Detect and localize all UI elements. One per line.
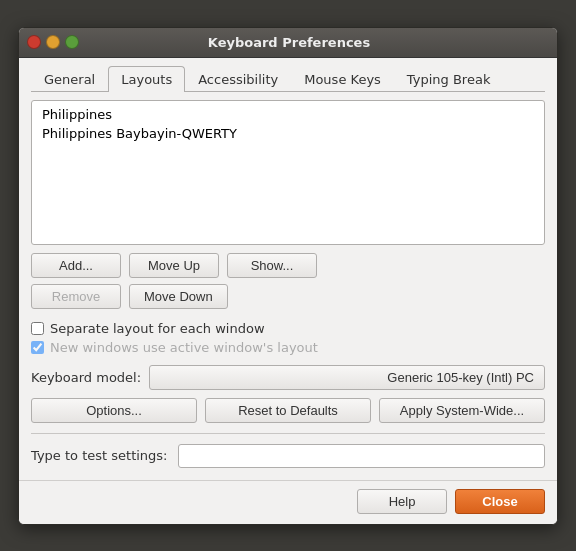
apply-system-wide-button[interactable]: Apply System-Wide... xyxy=(379,398,545,423)
keyboard-model-label: Keyboard model: xyxy=(31,370,141,385)
keyboard-preferences-window: Keyboard Preferences General Layouts Acc… xyxy=(18,27,558,525)
layout-action-row-2: Remove Move Down xyxy=(31,284,545,309)
new-windows-checkbox[interactable] xyxy=(31,341,44,354)
tab-layouts[interactable]: Layouts xyxy=(108,66,185,92)
layout-item[interactable]: Philippines Baybayin-QWERTY xyxy=(38,124,538,143)
action-buttons-row: Options... Reset to Defaults Apply Syste… xyxy=(31,398,545,423)
main-content: General Layouts Accessibility Mouse Keys… xyxy=(19,58,557,480)
tab-accessibility[interactable]: Accessibility xyxy=(185,66,291,92)
window-title: Keyboard Preferences xyxy=(89,35,489,50)
new-windows-row: New windows use active window's layout xyxy=(31,340,545,355)
move-up-button[interactable]: Move Up xyxy=(129,253,219,278)
remove-button[interactable]: Remove xyxy=(31,284,121,309)
test-settings-row: Type to test settings: xyxy=(31,433,545,468)
show-button[interactable]: Show... xyxy=(227,253,317,278)
keyboard-model-row: Keyboard model: Generic 105-key (Intl) P… xyxy=(31,365,545,390)
new-windows-label: New windows use active window's layout xyxy=(50,340,318,355)
test-settings-label: Type to test settings: xyxy=(31,448,168,463)
layout-action-row-1: Add... Move Up Show... xyxy=(31,253,545,278)
separate-layout-row: Separate layout for each window xyxy=(31,321,545,336)
test-settings-input[interactable] xyxy=(178,444,546,468)
tab-mouse-keys[interactable]: Mouse Keys xyxy=(291,66,394,92)
window-controls xyxy=(27,35,79,49)
add-button[interactable]: Add... xyxy=(31,253,121,278)
maximize-window-button[interactable] xyxy=(65,35,79,49)
bottom-bar: Help Close xyxy=(19,480,557,524)
keyboard-model-button[interactable]: Generic 105-key (Intl) PC xyxy=(149,365,545,390)
minimize-window-button[interactable] xyxy=(46,35,60,49)
tab-general[interactable]: General xyxy=(31,66,108,92)
tab-bar: General Layouts Accessibility Mouse Keys… xyxy=(31,66,545,92)
layout-item[interactable]: Philippines xyxy=(38,105,538,124)
help-button[interactable]: Help xyxy=(357,489,447,514)
separate-layout-label: Separate layout for each window xyxy=(50,321,265,336)
close-window-button[interactable] xyxy=(27,35,41,49)
layout-list[interactable]: Philippines Philippines Baybayin-QWERTY xyxy=(31,100,545,245)
reset-button[interactable]: Reset to Defaults xyxy=(205,398,371,423)
move-down-button[interactable]: Move Down xyxy=(129,284,228,309)
tab-typing-break[interactable]: Typing Break xyxy=(394,66,504,92)
separate-layout-checkbox[interactable] xyxy=(31,322,44,335)
titlebar: Keyboard Preferences xyxy=(19,28,557,58)
options-button[interactable]: Options... xyxy=(31,398,197,423)
close-button[interactable]: Close xyxy=(455,489,545,514)
